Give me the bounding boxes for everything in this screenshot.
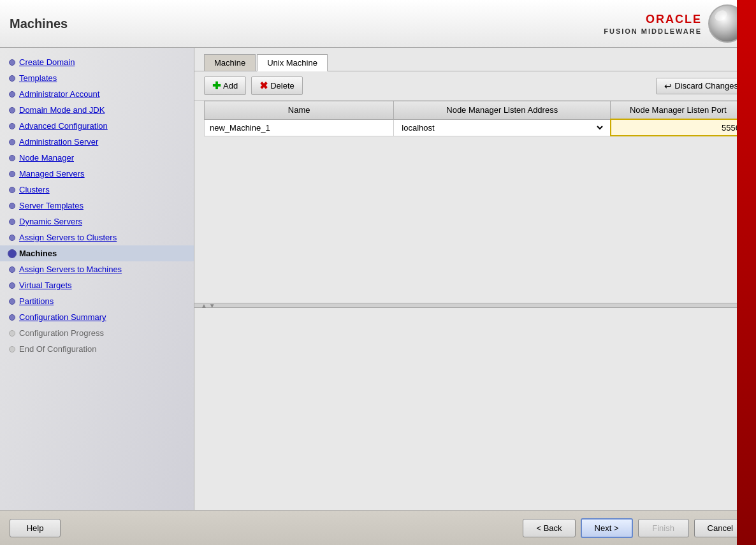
sidebar-item-partitions[interactable]: Partitions	[0, 293, 194, 309]
sidebar-dot-4	[5, 123, 19, 129]
port-input[interactable]	[616, 123, 740, 133]
sidebar-dot-1	[5, 75, 19, 82]
sidebar-item-assign-servers-to-machines[interactable]: Assign Servers to Machines	[0, 261, 194, 277]
dot-icon	[9, 59, 15, 66]
sidebar-item-dynamic-servers[interactable]: Dynamic Servers	[0, 214, 194, 229]
sidebar-label: Server Templates	[19, 201, 84, 210]
add-button[interactable]: ✚ Add	[204, 76, 246, 95]
dot-icon	[9, 314, 15, 321]
dot-icon	[9, 346, 15, 352]
sidebar-item-templates[interactable]: Templates	[0, 70, 194, 86]
dot-icon	[9, 155, 15, 161]
sidebar-label: Configuration Progress	[19, 328, 104, 338]
sidebar-label: Assign Servers to Machines	[19, 265, 122, 274]
dot-icon	[9, 187, 15, 193]
dot-icon	[9, 219, 15, 225]
sidebar-item-clusters[interactable]: Clusters	[0, 182, 194, 198]
sidebar-item-end-of-configuration: End Of Configuration	[0, 341, 194, 357]
cell-port[interactable]	[611, 119, 746, 136]
sidebar-dot-3	[5, 107, 19, 113]
discard-button[interactable]: ↩ Discard Changes	[656, 78, 746, 94]
sidebar-label: Partitions	[19, 296, 54, 306]
dot-icon	[9, 266, 15, 273]
red-bar-decoration	[737, 0, 756, 545]
delete-label: Delete	[270, 81, 294, 91]
sidebar-label: Create Domain	[19, 57, 75, 67]
back-button[interactable]: < Back	[523, 519, 575, 537]
sidebar-item-advanced-configuration[interactable]: Advanced Configuration	[0, 118, 194, 134]
sidebar-dot-9	[5, 203, 19, 209]
oracle-logo-container: ORACLE FUSION MIDDLEWARE	[604, 4, 746, 43]
sidebar-dot-18	[5, 346, 19, 352]
sidebar-label: Dynamic Servers	[19, 217, 82, 226]
delete-icon: ✖	[259, 80, 268, 92]
name-input[interactable]	[210, 123, 388, 133]
oracle-text: ORACLE	[646, 13, 702, 26]
table-container: Name Node Manager Listen Address Node Ma…	[194, 101, 756, 303]
sidebar-item-configuration-progress: Configuration Progress	[0, 325, 194, 341]
add-icon: ✚	[212, 80, 221, 92]
dot-icon	[9, 75, 15, 82]
discard-icon: ↩	[664, 81, 672, 91]
dot-icon	[9, 235, 15, 241]
dot-icon	[9, 91, 15, 98]
header: Machines ORACLE FUSION MIDDLEWARE	[0, 0, 756, 48]
finish-button[interactable]: Finish	[638, 519, 689, 537]
sidebar-label: Advanced Configuration	[19, 121, 108, 131]
col-address: Node Manager Listen Address	[394, 101, 611, 120]
dot-icon	[9, 298, 15, 305]
sidebar-item-administrator-account[interactable]: Administrator Account	[0, 86, 194, 102]
sidebar-dot-8	[5, 187, 19, 193]
content-area: MachineUnix Machine ✚ Add ✖ Delete ↩ Dis…	[194, 48, 756, 510]
address-select[interactable]: localhost127.0.0.10.0.0.0	[399, 122, 604, 133]
main-container: Create DomainTemplatesAdministrator Acco…	[0, 48, 756, 510]
machines-table: Name Node Manager Listen Address Node Ma…	[204, 101, 746, 136]
add-label: Add	[223, 81, 238, 91]
col-name: Name	[205, 101, 394, 120]
dot-icon	[9, 107, 15, 113]
footer-right: < Back Next > Finish Cancel	[523, 518, 746, 538]
sidebar-item-configuration-summary[interactable]: Configuration Summary	[0, 309, 194, 325]
sidebar-dot-12	[5, 249, 19, 258]
bottom-area	[194, 308, 756, 510]
cell-name[interactable]	[205, 119, 394, 136]
help-button[interactable]: Help	[10, 519, 61, 537]
sidebar-dot-13	[5, 266, 19, 273]
sidebar-dot-7	[5, 171, 19, 177]
sidebar-label: Assign Servers to Clusters	[19, 233, 117, 242]
delete-button[interactable]: ✖ Delete	[251, 76, 303, 95]
cell-address[interactable]: localhost127.0.0.10.0.0.0	[394, 119, 611, 136]
sidebar-label: End Of Configuration	[19, 344, 96, 354]
sidebar-item-managed-servers[interactable]: Managed Servers	[0, 166, 194, 182]
sidebar-item-machines[interactable]: Machines	[0, 245, 194, 261]
sidebar-dot-5	[5, 139, 19, 145]
tab-machine[interactable]: Machine	[204, 54, 256, 71]
tab-unix-machine[interactable]: Unix Machine	[257, 54, 328, 71]
sidebar-item-administration-server[interactable]: Administration Server	[0, 134, 194, 150]
sidebar-item-virtual-targets[interactable]: Virtual Targets	[0, 277, 194, 293]
sidebar-dot-0	[5, 59, 19, 66]
fusion-text: FUSION MIDDLEWARE	[604, 27, 702, 35]
sidebar-dot-16	[5, 314, 19, 321]
content-scroll: Name Node Manager Listen Address Node Ma…	[194, 101, 756, 510]
dot-icon	[9, 123, 15, 129]
sidebar-dot-11	[5, 235, 19, 241]
sidebar-dot-15	[5, 298, 19, 305]
oracle-logo-text: ORACLE FUSION MIDDLEWARE	[604, 13, 702, 35]
resize-handle[interactable]: ▲ ▼	[194, 303, 756, 308]
sidebar-item-server-templates[interactable]: Server Templates	[0, 198, 194, 214]
sidebar-dot-2	[5, 91, 19, 98]
dot-icon	[9, 139, 15, 145]
sidebar-item-assign-servers-to-clusters[interactable]: Assign Servers to Clusters	[0, 229, 194, 245]
sidebar-label: Configuration Summary	[19, 312, 106, 322]
sidebar-label: Domain Mode and JDK	[19, 105, 105, 115]
sidebar-label: Machines	[19, 249, 57, 258]
sidebar: Create DomainTemplatesAdministrator Acco…	[0, 48, 194, 510]
footer-left: Help	[10, 519, 61, 537]
next-button[interactable]: Next >	[581, 518, 633, 538]
sidebar-item-node-manager[interactable]: Node Manager	[0, 150, 194, 166]
dot-icon	[9, 282, 15, 289]
sidebar-item-domain-mode-and-jdk[interactable]: Domain Mode and JDK	[0, 102, 194, 118]
dot-icon	[9, 330, 15, 337]
sidebar-item-create-domain[interactable]: Create Domain	[0, 54, 194, 70]
